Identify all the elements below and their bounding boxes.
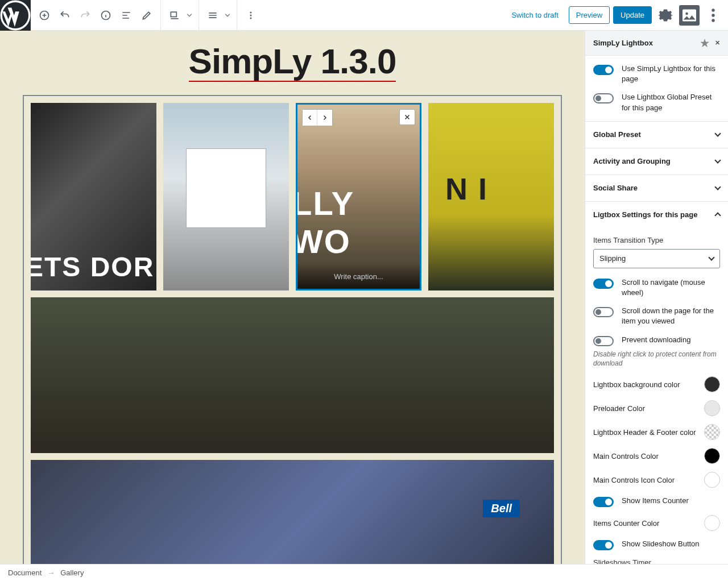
gallery-image-5[interactable] (31, 297, 554, 453)
counter-color-swatch[interactable] (704, 515, 720, 531)
close-sidebar-icon[interactable]: ✕ (715, 39, 720, 47)
transition-type-select[interactable]: Slipping (593, 249, 720, 268)
image-caption-input[interactable]: Write caption... (297, 264, 420, 289)
gallery-block[interactable]: ETS DOR LLY WO Write caption... N I (23, 95, 562, 564)
gallery-panel-icon[interactable] (679, 5, 700, 26)
breadcrumb: Document → Gallery (0, 564, 728, 581)
toggle-prevent-download[interactable] (593, 336, 614, 346)
remove-image-button[interactable] (399, 109, 415, 125)
image-reorder-controls (302, 109, 333, 126)
bg-color-swatch[interactable] (704, 376, 720, 392)
svg-point-9 (712, 9, 714, 11)
gallery-image-3-selected[interactable]: LLY WO Write caption... (296, 103, 421, 290)
redo-button[interactable] (75, 5, 96, 26)
section-lightbox-settings[interactable]: Ligtbox Settings for this page (585, 202, 728, 228)
toggle-show-slideshow[interactable] (593, 540, 614, 550)
svg-rect-3 (171, 12, 176, 16)
toggle-use-lightbox[interactable] (593, 65, 614, 75)
svg-point-11 (712, 19, 714, 22)
move-right-button[interactable] (317, 110, 332, 126)
sidebar-panel: SimpLy Lightbox ★ ✕ Use SimpLy Lightbox … (585, 31, 728, 581)
main-controls-color-swatch[interactable] (704, 448, 720, 464)
svg-point-5 (250, 14, 252, 16)
sidebar-title: SimpLy Lightbox (593, 39, 653, 47)
gallery-image-1[interactable]: ETS DOR (31, 103, 156, 290)
switch-to-draft-button[interactable]: Switch to draft (504, 6, 565, 24)
sidebar-header: SimpLy Lightbox ★ ✕ (585, 31, 728, 56)
gallery-image-4[interactable]: N I (428, 103, 554, 290)
section-activity-grouping[interactable]: Activity and Grouping (585, 148, 728, 175)
add-block-button[interactable] (34, 5, 55, 26)
wordpress-logo[interactable] (0, 0, 31, 31)
more-menu-button[interactable] (703, 5, 723, 26)
svg-point-6 (250, 17, 252, 19)
outline-button[interactable] (116, 5, 136, 26)
gallery-image-2[interactable] (163, 103, 289, 290)
section-social-share[interactable]: Social Share (585, 175, 728, 201)
gallery-image-6[interactable]: Bell (31, 460, 554, 564)
edit-button[interactable] (136, 5, 157, 26)
breadcrumb-gallery[interactable]: Gallery (60, 568, 84, 577)
more-options-button[interactable] (241, 5, 261, 26)
preloader-color-swatch[interactable] (704, 400, 720, 416)
info-button[interactable] (96, 5, 116, 26)
update-button[interactable]: Update (613, 6, 652, 24)
section-global-preset[interactable]: Global Preset (585, 122, 728, 148)
image-align-caret[interactable] (185, 5, 195, 26)
toggle-use-global-preset[interactable] (593, 93, 614, 103)
toggle-scroll-down[interactable] (593, 307, 614, 317)
editor-canvas: SimpLy 1.3.0 ETS DOR LLY WO Write captio… (0, 31, 585, 564)
toggle-show-counter[interactable] (593, 497, 614, 507)
star-icon[interactable]: ★ (700, 37, 709, 49)
undo-button[interactable] (55, 5, 75, 26)
main-controls-icon-swatch[interactable] (704, 472, 720, 488)
svg-point-4 (250, 11, 252, 13)
svg-point-10 (712, 14, 714, 16)
align-caret[interactable] (223, 5, 233, 26)
preview-button[interactable]: Preview (569, 6, 610, 24)
page-title[interactable]: SimpLy 1.3.0 (0, 36, 585, 95)
move-left-button[interactable] (303, 110, 317, 126)
prevent-download-help: Disable right click to protect content f… (593, 350, 720, 369)
image-align-button[interactable] (164, 5, 185, 26)
toggle-scroll-navigate[interactable] (593, 279, 614, 289)
header-footer-color-swatch[interactable] (704, 424, 720, 440)
transition-type-label: Items Transition Type (593, 236, 720, 244)
editor-topbar: Switch to draft Preview Update (0, 0, 728, 31)
align-button[interactable] (202, 5, 223, 26)
breadcrumb-document[interactable]: Document (8, 568, 42, 577)
settings-gear-icon[interactable] (655, 5, 676, 26)
svg-point-8 (685, 12, 688, 15)
